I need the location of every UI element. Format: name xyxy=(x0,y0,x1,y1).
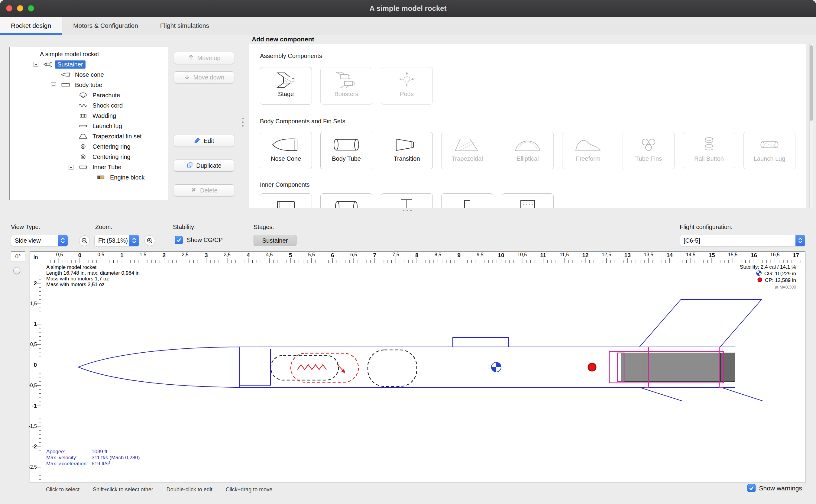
h-ruler-label: 1 xyxy=(120,252,124,259)
nose-shoulder-outline xyxy=(240,349,270,385)
tree-expander-icon[interactable] xyxy=(48,82,59,87)
duplicate-button[interactable]: Duplicate xyxy=(174,160,234,172)
v-ruler-label: -1,5 xyxy=(28,424,37,429)
zoom-in-button[interactable] xyxy=(144,235,155,246)
move-up-button[interactable]: Move up xyxy=(174,52,234,64)
section-heading-body-components-and-fin-sets: Body Components and Fin Sets xyxy=(260,118,345,125)
tree-item-inner-tube[interactable]: Inner Tube xyxy=(10,162,168,172)
add-nose-cone-button[interactable]: Nose Cone xyxy=(260,132,312,169)
tile-label: Trapezoidal xyxy=(452,155,483,162)
rocket-info-block: A simple model rocketLength 16,748 in, m… xyxy=(46,264,140,287)
tube-fins-icon xyxy=(633,136,664,155)
view-type-label: View Type: xyxy=(11,224,40,231)
tile-label: Rail Button xyxy=(694,155,724,162)
stages-label: Stages: xyxy=(254,224,274,231)
h-ruler-label: 16,5 xyxy=(770,252,780,257)
tab-flight-simulations[interactable]: Flight simulations xyxy=(149,17,220,35)
tile-label: Boosters xyxy=(335,91,358,98)
v-ruler-label: -0,5 xyxy=(28,383,37,388)
delete-button[interactable]: Delete xyxy=(174,184,234,196)
add-inner-b-button[interactable] xyxy=(320,193,372,208)
tree-item-parachute[interactable]: Parachute xyxy=(10,90,168,100)
show-cgcp-checkbox[interactable] xyxy=(175,236,183,244)
inner-c-icon xyxy=(392,197,422,208)
tree-item-sustainer[interactable]: Sustainer xyxy=(10,59,168,69)
horizontal-splitter-handle[interactable] xyxy=(403,210,412,211)
show-warnings-checkbox[interactable] xyxy=(747,484,756,492)
duplicate-icon xyxy=(186,162,193,170)
elliptical-icon xyxy=(513,136,543,155)
view-type-select[interactable]: Side view xyxy=(11,235,68,246)
cross-icon xyxy=(190,186,197,195)
rocket-diagram-canvas[interactable]: -0,500,511,522,533,544,555,566,577,588,5… xyxy=(30,251,805,483)
edit-button[interactable]: Edit xyxy=(174,135,234,147)
v-ruler-label: -2,5 xyxy=(28,464,37,470)
add-stage-button[interactable]: Stage xyxy=(260,67,312,105)
tree-item-body-tube[interactable]: Body tube xyxy=(10,80,168,90)
move-down-button[interactable]: Move down xyxy=(174,71,234,83)
cg-icon xyxy=(756,270,762,278)
vertical-splitter-handle[interactable] xyxy=(242,118,244,127)
nose-cone-outline xyxy=(78,347,240,387)
inner-d-icon xyxy=(452,197,482,208)
add-component-panel: Assembly ComponentsStageBoostersPodsBody… xyxy=(249,44,806,208)
v-ruler-label: 0 xyxy=(34,362,37,368)
tree-item-nose-cone[interactable]: Nose cone xyxy=(10,69,168,80)
tab-rocket-design[interactable]: Rocket design xyxy=(0,17,62,35)
flight-configuration-value: [C6-5] xyxy=(680,237,795,244)
nose-cone-icon xyxy=(271,136,301,155)
tile-label: Freeform xyxy=(576,155,600,162)
zoom-select[interactable]: Fit (53,1%) xyxy=(94,235,139,246)
shock-cord-arrow xyxy=(337,364,344,371)
tree-expander-icon[interactable] xyxy=(31,62,41,67)
tree-item-centering-ring[interactable]: Centering ring xyxy=(10,141,168,152)
tree-expander-icon[interactable] xyxy=(66,165,76,170)
tree-item-engine-block[interactable]: Engine block xyxy=(10,172,168,183)
rotation-slider-knob[interactable] xyxy=(13,267,20,274)
tree-item-shock-cord[interactable]: Shock cord xyxy=(10,100,168,111)
tree-item-a-simple-model-rocket[interactable]: A simple model rocket xyxy=(10,49,168,59)
scrollbar-thumb[interactable] xyxy=(810,45,813,121)
add-inner-a-button[interactable] xyxy=(260,193,312,208)
zoom-value: Fit (53,1%) xyxy=(95,237,129,244)
stability-info-block: Stability: 2,4 cal / 14,1 % CG: 10,229 i… xyxy=(740,264,796,290)
add-trapezoidal-button: Trapezoidal xyxy=(441,132,493,169)
tile-label: Body Tube xyxy=(332,155,361,162)
add-transition-button[interactable]: Transition xyxy=(381,132,433,169)
add-inner-e-button[interactable] xyxy=(502,193,554,208)
tree-item-wadding[interactable]: Wadding xyxy=(10,111,168,121)
tile-label: Transition xyxy=(393,155,420,162)
h-ruler-label: 9,5 xyxy=(477,252,483,257)
tree-item-label: Sustainer xyxy=(55,60,86,69)
tile-label: Tube Fins xyxy=(635,155,662,162)
vertical-ruler: 21,510,50-0,5-1-1,5-2-2,5 xyxy=(30,263,41,483)
add-launch-lug-button: Launch Lug xyxy=(743,132,795,169)
flight-configuration-select[interactable]: [C6-5] xyxy=(680,235,805,246)
add-body-tube-button[interactable]: Body Tube xyxy=(320,132,372,169)
v-ruler-label: 1,5 xyxy=(30,301,37,306)
stage-icon xyxy=(271,71,301,90)
nose-cone-icon xyxy=(59,72,73,78)
tree-item-launch-lug[interactable]: Launch lug xyxy=(10,121,168,131)
h-ruler-label: 3,5 xyxy=(224,252,231,257)
tab-motors-configuration[interactable]: Motors & Configuration xyxy=(62,17,149,35)
tree-item-trapezoidal-fin-set[interactable]: Trapezoidal fin set xyxy=(10,131,168,141)
h-ruler-label: 16 xyxy=(751,252,757,259)
add-inner-d-button[interactable] xyxy=(441,193,493,208)
chevron-up-down-icon xyxy=(129,235,139,246)
stage-toggle-sustainer[interactable]: Sustainer xyxy=(254,235,296,246)
add-inner-c-button[interactable] xyxy=(381,193,433,208)
action-button-column: Move upMove downEditDuplicateDelete xyxy=(174,52,234,200)
window-title: A simple model rocket xyxy=(0,0,816,17)
zoom-out-button[interactable] xyxy=(79,235,90,246)
tree-item-centering-ring[interactable]: Centering ring xyxy=(10,152,168,162)
h-ruler-label: 0 xyxy=(78,252,82,259)
tree-item-label: Body tube xyxy=(73,81,105,89)
h-ruler-label: 12 xyxy=(582,252,588,259)
engine-block-outline xyxy=(617,353,624,382)
hint-click-to-select: Click to select xyxy=(46,486,79,493)
rocket-info-line: Mass with no motors 1,7 oz xyxy=(46,276,140,282)
h-ruler-label: 4 xyxy=(247,252,250,259)
h-ruler-label: 15,5 xyxy=(728,252,737,257)
fin-set-icon xyxy=(76,133,90,139)
